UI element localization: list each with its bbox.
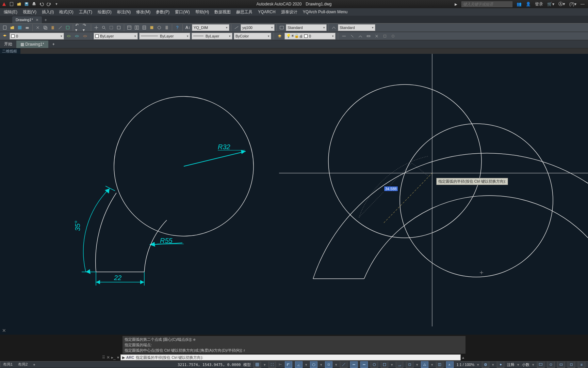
pan-btn[interactable] (93, 24, 100, 31)
mod-4[interactable] (365, 33, 372, 40)
cmd-close-icon[interactable]: ✕ (107, 355, 110, 360)
monitor-icon[interactable] (537, 361, 544, 368)
search-input[interactable] (461, 1, 512, 7)
paste-btn[interactable] (49, 24, 56, 31)
sheet-add[interactable]: + (30, 362, 38, 367)
dynamic-input[interactable]: 34.588 (384, 186, 398, 191)
text-style-drop[interactable]: YQ_DIM (192, 24, 229, 31)
mlstyle-icon[interactable] (330, 24, 337, 31)
menu-window[interactable]: 窗口(W) (173, 9, 192, 16)
save-btn[interactable] (16, 24, 23, 31)
markup-btn[interactable] (156, 24, 163, 31)
otrack-btn[interactable] (340, 361, 347, 368)
login-label[interactable]: 登录 (535, 1, 543, 7)
cycle-btn[interactable] (406, 361, 413, 368)
ortho-btn[interactable] (285, 361, 292, 368)
sheet-layout2[interactable]: 布局2 (15, 362, 30, 367)
undo-btn[interactable]: ↶ ▾ (75, 24, 82, 31)
tpy-btn[interactable] (371, 361, 378, 368)
layer-icon[interactable] (1, 33, 8, 40)
menu-help[interactable]: 帮助(H) (193, 9, 212, 16)
cut-btn[interactable] (34, 24, 41, 31)
cmd-expand-icon[interactable]: ▴ (462, 355, 464, 360)
help-icon[interactable]: (?)▾ (569, 2, 576, 6)
textstyle-icon[interactable]: A↕ (184, 24, 191, 31)
annot-label[interactable]: 注释 (507, 362, 514, 367)
layer-tool-2[interactable] (74, 33, 80, 40)
tablestyle-icon[interactable] (278, 24, 285, 31)
copy-btn[interactable] (42, 24, 49, 31)
mod-3[interactable] (357, 33, 364, 40)
minimize-icon[interactable]: — (581, 2, 585, 6)
command-input[interactable]: ▶ ARC 指定圆弧的半径(按住 Ctrl 键以切换方向): (120, 354, 461, 361)
dc-btn[interactable] (133, 24, 140, 31)
menu-view[interactable]: 视图(V) (20, 9, 39, 16)
qat-dropdown-icon[interactable]: ▼ (54, 1, 59, 7)
redo-icon[interactable] (46, 1, 52, 7)
ml-style-drop[interactable]: Standard (338, 24, 375, 31)
sheet-layout1[interactable]: 布局1 (0, 362, 15, 367)
mod-6[interactable] (381, 33, 388, 40)
block-btn[interactable] (64, 24, 71, 31)
layerstate-icon[interactable] (276, 33, 283, 40)
dyn-btn[interactable] (350, 361, 358, 368)
save-icon[interactable] (24, 1, 29, 7)
ann-label-btn[interactable]: ✦ (497, 361, 504, 368)
menu-format[interactable]: 格式(O) (57, 9, 76, 16)
lineweight-drop[interactable]: ByLayer (192, 33, 232, 40)
signin-icon[interactable]: 👥 (517, 2, 522, 6)
add-tab[interactable]: + (48, 41, 59, 48)
linetype-drop[interactable]: ByLayer (139, 33, 190, 40)
coordinates[interactable]: 3211.7574, 1543.9475, 0.0000 (178, 363, 241, 367)
drawing-canvas[interactable]: R32 R55 35° 22 (0, 54, 588, 335)
custom-icon[interactable]: ≡ (578, 361, 585, 368)
menu-dim[interactable]: 标注(N) (115, 9, 133, 16)
clean-icon[interactable] (568, 361, 575, 368)
tool-btn[interactable] (141, 24, 148, 31)
layer-tool-1[interactable] (65, 33, 72, 40)
menu-yqarch[interactable]: YQARCH (256, 9, 278, 15)
plotstyle-drop[interactable]: ByColor (234, 33, 271, 40)
dimstyle-icon[interactable] (233, 24, 240, 31)
visual-style-label[interactable]: 二维线框 (0, 48, 20, 54)
menu-draw[interactable]: 绘图(D) (95, 9, 114, 16)
zoom-btn[interactable] (100, 24, 107, 31)
zoomwin-btn[interactable] (108, 24, 115, 31)
open-icon[interactable] (16, 1, 22, 7)
cart-icon[interactable]: 🛒▾ (547, 2, 554, 6)
drawing-tab[interactable]: ▦ Drawing1* (16, 41, 48, 48)
canvas-close-icon[interactable]: ✕ (2, 328, 6, 333)
ssm-btn[interactable] (148, 24, 155, 31)
color-drop[interactable]: ByLayer (94, 33, 138, 40)
menu-data[interactable]: 数据视图 (212, 9, 233, 16)
layer-drop[interactable]: 0 (10, 33, 64, 40)
print-icon[interactable] (31, 1, 37, 7)
props-btn[interactable] (126, 24, 133, 31)
osnap-btn[interactable] (325, 361, 332, 368)
grid-btn[interactable] (254, 361, 261, 368)
redo-btn[interactable]: ↷ ▾ (82, 24, 89, 31)
decimal-label[interactable]: 小数 (522, 362, 529, 367)
lwt-btn[interactable] (360, 361, 368, 368)
mod-5[interactable] (373, 33, 380, 40)
cmd-handle-icon[interactable]: ⠿ (102, 355, 105, 360)
menu-yqpd[interactable]: YQArch Pull-down Menu (300, 9, 350, 15)
dim-style-drop[interactable]: yq100 (241, 24, 275, 31)
menu-tools[interactable]: 工具(T) (77, 9, 95, 16)
qp-btn[interactable] (381, 361, 388, 368)
menu-hs[interactable]: 赫思工具 (234, 9, 255, 16)
app-logo-icon[interactable] (1, 1, 7, 7)
mod-2[interactable] (349, 33, 356, 40)
calc-btn[interactable] (163, 24, 170, 31)
mod-1[interactable] (341, 33, 347, 40)
new-icon[interactable] (9, 1, 14, 7)
exchange-icon[interactable]: Ⓐ▾ (558, 1, 565, 7)
table-style-drop[interactable]: Standard (286, 24, 327, 31)
ann-btn[interactable] (421, 361, 428, 368)
new-tab-button[interactable]: + (42, 17, 50, 23)
mod-7[interactable] (390, 33, 396, 40)
user-icon[interactable]: 👤 (526, 2, 531, 6)
iso-btn[interactable] (310, 361, 317, 368)
close-icon[interactable]: ✕ (36, 18, 38, 22)
menu-yt[interactable]: 源泰设计 (279, 9, 300, 16)
